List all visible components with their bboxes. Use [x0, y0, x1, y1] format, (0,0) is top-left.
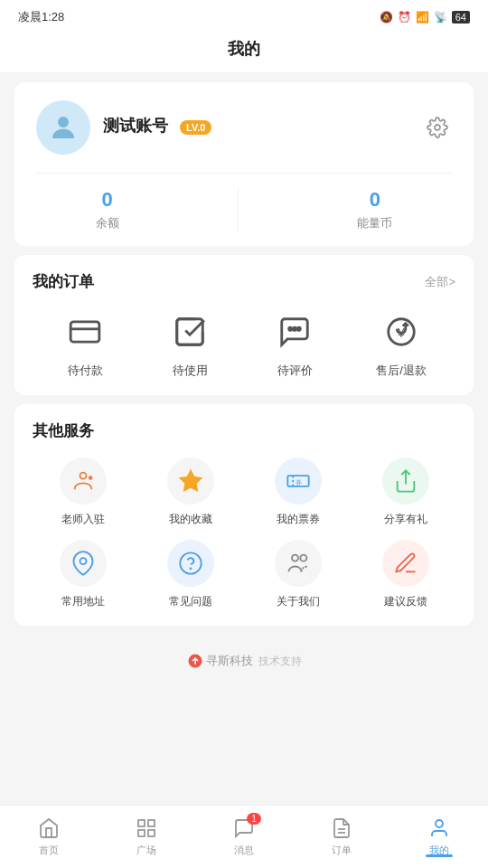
service-favorites[interactable]: 我的收藏	[140, 458, 240, 527]
faq-icon-wrap	[167, 540, 214, 587]
nav-active-indicator	[426, 854, 453, 857]
order-item-pending-review[interactable]: 待评价	[271, 308, 318, 379]
brand-suffix: 技术支持	[258, 654, 302, 669]
orders-title: 我的订单	[33, 271, 94, 292]
star-icon	[178, 468, 203, 494]
svg-point-18	[180, 552, 201, 573]
nav-message[interactable]: 1 消息	[195, 816, 293, 857]
svg-rect-2	[70, 322, 99, 342]
order-icon	[330, 816, 353, 840]
service-about[interactable]: 关于我们	[248, 540, 348, 609]
feedback-icon-wrap	[382, 540, 429, 587]
page-header: 我的	[0, 31, 488, 73]
svg-marker-12	[180, 470, 201, 490]
services-header: 其他服务	[33, 420, 455, 441]
nav-home[interactable]: 首页	[0, 816, 98, 857]
orders-header: 我的订单 全部>	[33, 271, 455, 292]
service-address[interactable]: 常用地址	[33, 540, 133, 609]
tickets-icon-wrap: 券	[275, 458, 322, 505]
favorites-label: 我的收藏	[169, 512, 212, 527]
nav-square-label: 广场	[136, 844, 156, 857]
pending-use-label: 待使用	[173, 363, 208, 379]
service-share[interactable]: 分享有礼	[355, 458, 455, 527]
svg-point-5	[289, 327, 292, 330]
share-label: 分享有礼	[384, 512, 427, 527]
faq-label: 常见问题	[169, 594, 212, 609]
energy-stat[interactable]: 0 能量币	[357, 188, 392, 231]
teacher-label: 老师入驻	[61, 512, 105, 527]
svg-point-10	[80, 473, 86, 479]
about-label: 关于我们	[277, 594, 320, 609]
svg-rect-26	[138, 830, 145, 836]
share-gift-icon	[393, 468, 418, 494]
profile-stats: 0 余额 0 能量币	[36, 173, 452, 231]
nav-order-label: 订单	[332, 844, 352, 857]
nav-home-label: 首页	[39, 844, 59, 857]
brand-logo: 寻斯科技	[187, 653, 253, 669]
tickets-label: 我的票券	[277, 512, 320, 527]
svg-rect-24	[138, 820, 145, 826]
orders-more-button[interactable]: 全部>	[425, 274, 455, 290]
service-teacher[interactable]: 老师入驻	[33, 458, 133, 527]
wifi-icon: 📡	[434, 11, 447, 24]
service-feedback[interactable]: 建议反馈	[355, 540, 455, 609]
favorites-icon-wrap	[167, 458, 214, 505]
pending-payment-label: 待付款	[68, 363, 103, 379]
service-tickets[interactable]: 券 我的票券	[248, 458, 348, 527]
page-title: 我的	[228, 40, 260, 58]
pending-use-icon	[166, 308, 213, 355]
nav-square[interactable]: 广场	[98, 816, 195, 857]
about-icon-wrap	[275, 540, 322, 587]
nav-message-label: 消息	[234, 844, 254, 857]
feedback-icon	[393, 551, 418, 576]
energy-value: 0	[357, 188, 392, 212]
home-icon	[37, 816, 61, 840]
energy-label: 能量币	[357, 215, 392, 231]
signal-icon: 📶	[416, 11, 429, 24]
gear-icon	[427, 117, 448, 138]
nav-order[interactable]: 订单	[293, 816, 390, 857]
svg-point-1	[435, 125, 440, 130]
balance-value: 0	[96, 188, 119, 212]
message-icon: 1	[232, 816, 256, 840]
balance-stat[interactable]: 0 余额	[96, 188, 119, 231]
brand-icon	[187, 653, 203, 669]
pending-review-label: 待评价	[277, 363, 313, 379]
status-time: 凌晨1:28	[18, 9, 64, 25]
address-label: 常用地址	[61, 594, 105, 609]
brand-name: 寻斯科技	[206, 653, 253, 669]
status-bar: 凌晨1:28 🔕 ⏰ 📶 📡 64	[0, 0, 488, 31]
ticket-icon: 券	[286, 468, 311, 494]
orders-grid: 待付款 待使用 待评价	[33, 308, 455, 379]
svg-rect-4	[177, 319, 203, 345]
no-disturb-icon: 🔕	[380, 11, 393, 24]
avatar[interactable]	[36, 100, 90, 155]
svg-point-6	[294, 327, 296, 330]
question-icon	[178, 551, 203, 576]
pending-review-icon	[271, 308, 318, 355]
svg-point-21	[300, 555, 306, 561]
settings-button[interactable]	[423, 113, 452, 142]
avatar-icon	[47, 111, 80, 144]
order-item-pending-use[interactable]: 待使用	[166, 308, 213, 379]
svg-point-30	[436, 820, 443, 827]
order-item-pending-payment[interactable]: 待付款	[61, 308, 108, 379]
svg-rect-27	[148, 830, 155, 836]
nav-mine[interactable]: 我的	[390, 816, 488, 857]
balance-label: 余额	[96, 215, 119, 231]
status-icons: 🔕 ⏰ 📶 📡 64	[380, 11, 470, 24]
svg-point-0	[58, 117, 69, 127]
services-grid: 老师入驻 我的收藏 券 我的票券	[33, 458, 455, 609]
teacher-icon-wrap	[60, 458, 107, 505]
svg-text:券: 券	[295, 479, 301, 486]
orders-section: 我的订单 全部> 待付款 待使用	[14, 255, 474, 395]
svg-point-20	[292, 555, 298, 561]
svg-point-7	[297, 327, 300, 330]
pending-payment-icon	[61, 308, 108, 355]
share-icon-wrap	[382, 458, 429, 505]
service-faq[interactable]: 常见问题	[140, 540, 240, 609]
svg-rect-25	[148, 820, 155, 826]
order-item-refund[interactable]: ¥ 售后/退款	[376, 308, 427, 379]
battery-indicator: 64	[452, 11, 470, 24]
feedback-label: 建议反馈	[384, 594, 427, 609]
